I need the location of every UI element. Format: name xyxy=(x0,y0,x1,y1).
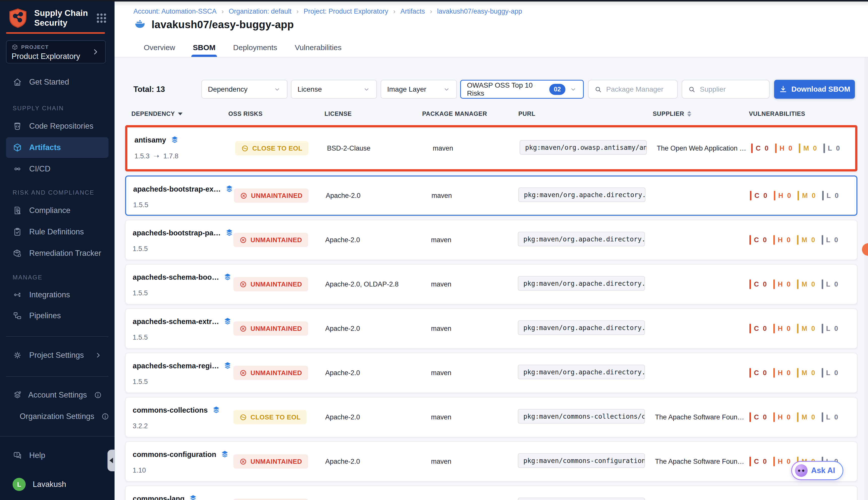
layers-icon[interactable] xyxy=(212,406,221,414)
info-icon[interactable] xyxy=(101,412,109,420)
layers-icon[interactable] xyxy=(220,450,229,459)
sidebar-item-code-repositories[interactable]: Code Repositories xyxy=(6,116,108,136)
table-row[interactable]: commons-configuration 1.10 ➝ UNMAINTAINE… xyxy=(125,441,857,481)
sidebar-item-organization-settings[interactable]: Organization Settings xyxy=(6,406,108,427)
purl-pill[interactable]: pkg:maven/org.apache.directory.s… xyxy=(518,365,645,379)
app-title: Supply Chain Security xyxy=(34,8,88,28)
ask-ai-button[interactable]: Ask AI xyxy=(791,461,843,480)
license-cell: Apache-2.0 xyxy=(325,236,360,244)
info-icon[interactable] xyxy=(94,391,102,399)
sidebar-item-cicd[interactable]: CI/CD xyxy=(6,159,108,179)
table-row[interactable]: commons-collections 3.2.2 ➝ CLOSE TO EOL… xyxy=(125,397,857,437)
table-row[interactable]: apacheds-schema-regi… 1.5.5 ➝ UNMAINTAIN… xyxy=(125,353,857,393)
sidebar-item-artifacts[interactable]: Artifacts xyxy=(6,137,108,158)
purl-pill[interactable]: pkg:maven/org.apache.directory.s… xyxy=(518,320,645,335)
oss-risk-cell: UNMAINTAINED xyxy=(233,366,308,380)
sidebar-item-integrations[interactable]: Integrations xyxy=(6,284,108,305)
supplier-input[interactable] xyxy=(700,86,764,93)
tab-sbom[interactable]: SBOM xyxy=(191,38,217,57)
package-manager-input[interactable] xyxy=(606,86,672,93)
layers-icon[interactable] xyxy=(225,184,234,194)
column-header-dependency[interactable]: DEPENDENCY xyxy=(132,110,183,117)
sidebar-item-remediation-tracker[interactable]: Remediation Tracker xyxy=(6,243,108,264)
dependency-version: 1.5.5 ➝ xyxy=(133,289,232,297)
tab-vulnerabilities[interactable]: Vulnerabilities xyxy=(293,38,343,57)
column-header-supplier[interactable]: SUPPLIER xyxy=(653,110,691,117)
table-row[interactable]: apacheds-bootstrap-pa… 1.5.5 ➝ UNMAINTAI… xyxy=(125,220,857,260)
filter-image-layer-dropdown[interactable]: Image Layer xyxy=(381,80,457,99)
column-header-license: LICENSE xyxy=(324,110,352,117)
sidebar-item-project-settings[interactable]: Project Settings xyxy=(6,345,108,366)
filter-owasp-dropdown[interactable]: OWASP OSS Top 10 Risks 02 xyxy=(460,80,584,99)
scrollbar-track[interactable] xyxy=(865,15,868,500)
purl-pill[interactable]: pkg:maven/org.apache.directory.s… xyxy=(518,232,645,247)
tab-deployments[interactable]: Deployments xyxy=(232,38,279,57)
project-selector-value: Product Exploratory xyxy=(12,52,100,61)
oss-risk-cell: UNMAINTAINED xyxy=(233,499,308,500)
severity-critical: C0 xyxy=(750,191,767,201)
purl-pill[interactable]: pkg:maven/org.apache.directory.s… xyxy=(518,188,646,202)
project-selector[interactable]: PROJECT Product Exploratory xyxy=(6,40,106,64)
layers-icon[interactable] xyxy=(225,228,234,237)
breadcrumb-account[interactable]: Account: Automation-SSCA xyxy=(134,8,217,15)
purl-pill[interactable]: pkg:maven/org.owasp.antisamy/ant… xyxy=(519,140,647,155)
license-cell: Apache-2.0 xyxy=(325,369,360,377)
dependency-version: 3.2.2 ➝ xyxy=(133,422,221,430)
x-circle-icon xyxy=(239,281,247,288)
supplier-cell: The Apache Software Foun… xyxy=(655,458,744,466)
sidebar-item-get-started[interactable]: Get Started xyxy=(6,72,108,92)
sidebar-item-help[interactable]: Help xyxy=(6,445,108,466)
filter-dependency-dropdown[interactable]: Dependency xyxy=(202,80,287,99)
layers-icon[interactable] xyxy=(223,361,232,370)
purl-pill[interactable]: pkg:maven/commons-collections/co… xyxy=(518,409,645,424)
breadcrumb-artifacts[interactable]: Artifacts xyxy=(400,8,425,15)
purl-pill[interactable]: pkg:maven/commons-lang/commons-l… xyxy=(518,498,645,500)
section-label-supply-chain: SUPPLY CHAIN xyxy=(13,105,64,112)
license-cell: Apache-2.0 xyxy=(326,192,361,200)
slash-circle-icon xyxy=(241,145,249,152)
sidebar-item-rule-definitions[interactable]: Rule Definitions xyxy=(6,221,108,242)
purl-pill[interactable]: pkg:maven/org.apache.directory.s… xyxy=(518,276,645,291)
breadcrumb-organization[interactable]: Organization: default xyxy=(229,8,292,15)
oss-risk-cell: UNMAINTAINED xyxy=(233,233,308,247)
license-cell: Apache-2.0 xyxy=(325,458,360,466)
download-sbom-button[interactable]: Download SBOM xyxy=(774,80,855,99)
purl-cell: pkg:maven/org.apache.directory.s… xyxy=(518,232,645,248)
sidebar-user[interactable]: L Lavakush xyxy=(6,474,108,495)
purl-pill[interactable]: pkg:maven/commons-configuration/… xyxy=(518,453,645,468)
breadcrumb-project[interactable]: Project: Product Exploratory xyxy=(304,8,388,15)
table-row[interactable]: apacheds-schema-boo… 1.5.5 ➝ UNMAINTAINE… xyxy=(125,264,857,304)
layers-icon[interactable] xyxy=(170,135,179,145)
purl-cell: pkg:maven/org.apache.directory.s… xyxy=(518,320,645,337)
table-row[interactable]: apacheds-schema-extr… 1.5.5 ➝ UNMAINTAIN… xyxy=(125,308,857,349)
layers-icon[interactable] xyxy=(223,273,232,282)
infinity-icon xyxy=(13,164,22,174)
tab-overview[interactable]: Overview xyxy=(142,38,177,57)
table-row[interactable]: apacheds-bootstrap-ex… 1.5.5 ➝ UNMAINTAI… xyxy=(125,175,857,216)
x-circle-icon xyxy=(239,369,247,377)
sidebar-collapse-handle[interactable] xyxy=(107,450,115,471)
feedback-widget-dot[interactable] xyxy=(862,243,868,256)
layers-icon[interactable] xyxy=(223,317,232,326)
layers-icon[interactable] xyxy=(189,494,198,500)
x-circle-icon xyxy=(239,325,247,332)
vulnerabilities-cell: C0 H0 M0 L0 xyxy=(750,412,838,422)
total-count: Total: 13 xyxy=(134,80,165,99)
severity-high: H0 xyxy=(775,144,792,153)
sidebar-item-compliance[interactable]: Compliance xyxy=(6,200,108,221)
breadcrumb-current[interactable]: lavakush07/easy-buggy-app xyxy=(437,8,522,15)
dependency-cell: apacheds-bootstrap-pa… 1.5.5 ➝ xyxy=(133,228,234,253)
filter-license-dropdown[interactable]: License xyxy=(291,80,377,99)
table-row[interactable]: commons-lang ➝ UNMAINTAINED Apache-2.0 m… xyxy=(125,486,857,500)
table-row[interactable]: antisamy 1.5.3 ➝ 1.7.8 CLOSE TO EOL BSD-… xyxy=(125,125,857,171)
oss-risk-badge: CLOSE TO EOL xyxy=(233,410,307,424)
purl-cell: pkg:maven/commons-lang/commons-l… xyxy=(518,498,645,500)
purl-cell: pkg:maven/org.apache.directory.s… xyxy=(518,276,645,293)
sidebar-item-pipelines[interactable]: Pipelines xyxy=(6,305,108,326)
sidebar-item-account-settings[interactable]: Account Settings xyxy=(6,385,108,405)
module-grid-icon[interactable] xyxy=(94,11,108,25)
severity-critical: C0 xyxy=(750,280,767,289)
severity-high: H0 xyxy=(773,412,791,422)
severity-low: L0 xyxy=(822,412,838,422)
dependency-cell: apacheds-schema-regi… 1.5.5 ➝ xyxy=(133,361,232,386)
